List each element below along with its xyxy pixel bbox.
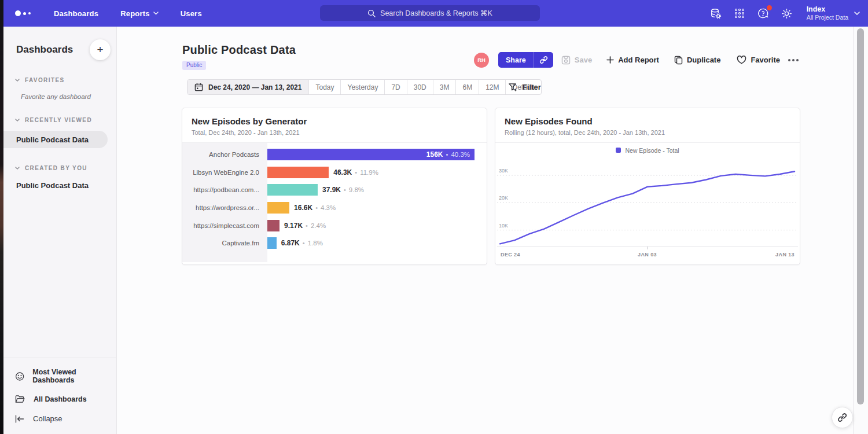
chevron-down-icon [15, 167, 20, 170]
bar[interactable] [267, 202, 289, 214]
sidebar-item-public-podcast-data[interactable]: Public Podcast Data [3, 131, 108, 148]
nav-item-dashboards[interactable]: Dashboards [54, 9, 98, 18]
link-icon [539, 56, 548, 64]
add-report-label: Add Report [618, 56, 659, 64]
bar-value-label: 16.6K•4.3% [294, 204, 336, 212]
add-report-button[interactable]: Add Report [606, 56, 659, 64]
bar-value-label: 6.87K•1.8% [281, 239, 323, 247]
date-preset-6m[interactable]: 6M [455, 80, 479, 94]
x-axis-tick-label: JAN 03 [638, 252, 657, 258]
date-preset-3m[interactable]: 3M [433, 80, 456, 94]
section-label: CREATED BY YOU [25, 165, 87, 171]
footer-item-label: Most Viewed Dashboards [32, 368, 116, 384]
help-icon[interactable] [757, 7, 770, 20]
card-subtitle: Total, Dec 24th, 2020 - Jan 13th, 2021 [192, 129, 477, 136]
filter-label: Filter [523, 83, 541, 91]
section-label: RECENTLY VIEWED [25, 117, 92, 123]
bar[interactable] [267, 220, 279, 231]
bar[interactable] [267, 184, 318, 196]
page-title: Public Podcast Data [182, 43, 296, 57]
date-range-picker[interactable]: Dec 24, 2020 — Jan 13, 2021 [187, 80, 308, 94]
copy-icon [674, 56, 683, 65]
bar[interactable] [267, 167, 329, 178]
nav-item-reports[interactable]: Reports [120, 9, 159, 18]
nav-item-label: Dashboards [54, 9, 98, 18]
x-axis-tick-label: JAN 13 [775, 252, 795, 258]
bar-row: https://simplecast.com9.17K•2.4% [182, 216, 487, 234]
sidebar-item-label: Public Podcast Data [16, 135, 89, 144]
date-preset-7d[interactable]: 7D [384, 80, 406, 94]
nav-item-label: Reports [120, 9, 150, 18]
sidebar-item-public-podcast-data-created[interactable]: Public Podcast Data [16, 181, 116, 190]
duplicate-label: Duplicate [687, 56, 721, 64]
line-chart-card: New Episodes Found Rolling (12 hours), t… [495, 108, 800, 265]
ellipsis-icon [788, 59, 799, 61]
calendar-icon [194, 83, 203, 91]
card-title: New Episodes Found [505, 116, 790, 126]
app-logo-icon[interactable] [15, 10, 31, 16]
share-button-label[interactable]: Share [498, 52, 534, 68]
all-dashboards-button[interactable]: All Dashboards [3, 389, 116, 409]
date-preset-today[interactable]: Today [308, 80, 340, 94]
chevron-down-icon [153, 12, 159, 15]
chevron-down-icon [15, 119, 20, 122]
avatar-initials: RH [477, 57, 486, 63]
plus-icon [606, 56, 614, 64]
favorite-button[interactable]: Favorite [737, 56, 780, 64]
search-input[interactable]: Search Dashboards & Reports ⌘K [320, 5, 540, 21]
date-range-label: Dec 24, 2020 — Jan 13, 2021 [208, 83, 301, 91]
nav-item-users[interactable]: Users [181, 9, 202, 18]
nav-right: Index All Project Data [709, 0, 860, 27]
bar-row: Libsyn WebEngine 2.046.3K•11.9% [182, 164, 487, 182]
nav-items: Dashboards Reports Users [54, 9, 202, 18]
settings-gear-icon[interactable] [781, 7, 793, 20]
bar-row: https://podbean.com...37.9K•9.8% [182, 181, 487, 199]
y-axis-tick-label: 20K [499, 195, 508, 201]
main-content: Public Podcast Data Public RH Share Save… [117, 27, 853, 434]
data-management-icon[interactable] [709, 7, 722, 20]
bar-row: Captivate.fm6.87K•1.8% [182, 234, 487, 252]
link-icon [837, 413, 847, 422]
save-icon [561, 56, 571, 65]
sidebar-title: Dashboards [16, 44, 73, 56]
legend-label: New Episode - Total [625, 147, 679, 154]
line-series[interactable] [500, 171, 795, 244]
project-name: Index [807, 5, 848, 14]
copy-link-button[interactable] [534, 52, 553, 68]
date-preset-yesterday[interactable]: Yesterday [340, 80, 384, 94]
share-button[interactable]: Share [498, 52, 553, 68]
bar-category-label: Libsyn WebEngine 2.0 [182, 169, 267, 176]
section-favorites[interactable]: FAVORITES [15, 77, 116, 83]
date-preset-30d[interactable]: 30D [407, 80, 433, 94]
scrollbar-track[interactable] [853, 27, 868, 434]
save-button[interactable]: Save [561, 56, 592, 65]
section-created-by-you[interactable]: CREATED BY YOU [15, 165, 116, 171]
collapse-icon [15, 415, 25, 423]
section-recently-viewed[interactable]: RECENTLY VIEWED [15, 117, 116, 123]
most-viewed-dashboards-button[interactable]: Most Viewed Dashboards [3, 363, 116, 389]
more-options-button[interactable] [788, 59, 799, 61]
card-subtitle: Rolling (12 hours), total, Dec 24th, 202… [505, 129, 790, 136]
bar-category-label: https://wordpress.or... [182, 204, 267, 211]
bar[interactable]: 156K•40.3% [267, 149, 475, 160]
scrollbar-thumb[interactable] [857, 28, 864, 404]
plus-icon: + [97, 43, 103, 56]
apps-grid-icon[interactable] [733, 7, 746, 20]
notification-dot [767, 5, 772, 10]
bar[interactable] [267, 237, 277, 249]
date-presets: TodayYesterday7D30D3M6M12MDefault [308, 80, 540, 94]
chart-legend: New Episode - Total [495, 143, 800, 157]
add-dashboard-button[interactable]: + [90, 39, 111, 60]
avatar[interactable]: RH [474, 53, 489, 68]
project-switcher[interactable]: Index All Project Data [807, 5, 860, 21]
bar-row: Anchor Podcasts156K•40.3% [182, 146, 487, 164]
collapse-sidebar-button[interactable]: Collapse [3, 409, 116, 428]
duplicate-button[interactable]: Duplicate [674, 56, 721, 65]
sidebar: Dashboards + FAVORITES Favorite any dash… [3, 27, 117, 434]
footer-item-label: Collapse [33, 414, 62, 423]
public-badge: Public [182, 61, 206, 70]
date-preset-12m[interactable]: 12M [479, 80, 505, 94]
filter-button[interactable]: Filter [508, 79, 541, 95]
heart-icon [737, 56, 746, 64]
floating-link-button[interactable] [832, 407, 853, 428]
